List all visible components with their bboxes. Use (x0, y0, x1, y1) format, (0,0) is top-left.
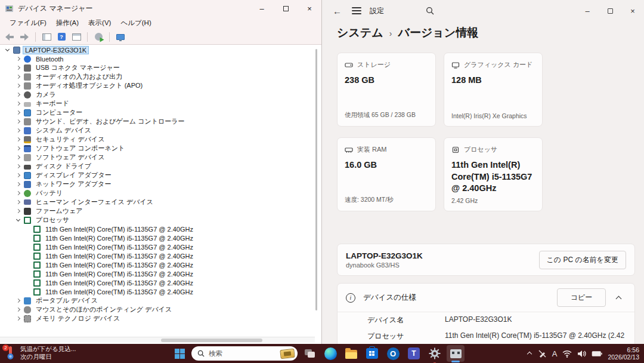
menu-action[interactable]: 操作(A) (51, 17, 83, 29)
hamburger-menu-icon[interactable] (352, 7, 361, 14)
tree-item-portable[interactable]: ポータブル デバイス (0, 296, 315, 305)
task-view-button[interactable] (301, 345, 318, 362)
teams-button[interactable]: T (405, 345, 423, 362)
chevron-down-icon[interactable] (14, 216, 23, 224)
outlook-button[interactable]: O (384, 345, 402, 362)
chevron-right-icon[interactable] (14, 306, 23, 314)
tree-item-display[interactable]: ディスプレイ アダプター (0, 171, 315, 180)
breadcrumb-system[interactable]: システム (337, 25, 383, 41)
back-icon[interactable]: ← (333, 6, 347, 16)
tree-item-system[interactable]: システム デバイス (0, 126, 315, 135)
show-console-tree-icon[interactable] (41, 31, 52, 43)
tree-item-processor-core[interactable]: 11th Gen Intel(R) Core(TM) i5-1135G7 @ 2… (0, 269, 315, 278)
menu-help[interactable]: ヘルプ(H) (116, 17, 156, 29)
tree-item-sound[interactable]: サウンド、ビデオ、およびゲーム コントローラー (0, 117, 315, 126)
chevron-right-icon[interactable] (14, 207, 23, 216)
tree-item-apo[interactable]: オーディオ処理オブジェクト (APO) (0, 81, 315, 90)
help-icon[interactable]: ? (55, 31, 67, 43)
tray-overflow-chevron-icon[interactable] (527, 350, 532, 356)
edge-button[interactable] (321, 345, 339, 362)
remote-computer-icon[interactable] (114, 31, 126, 43)
chevron-right-icon[interactable] (14, 136, 23, 144)
tree-item-computer[interactable]: コンピューター (0, 108, 315, 117)
chevron-down-icon[interactable] (4, 46, 12, 54)
menu-file[interactable]: ファイル(F) (5, 17, 51, 29)
speaker-icon[interactable] (577, 350, 586, 358)
close-button[interactable]: × (298, 0, 321, 17)
microsoft-store-button[interactable] (363, 345, 381, 362)
search-box[interactable]: 検索 (191, 346, 298, 361)
chevron-right-icon[interactable] (14, 162, 23, 171)
tree-item-mouse[interactable]: マウスとそのほかのポインティング デバイス (0, 305, 315, 314)
tree-item-processor-core[interactable]: 11th Gen Intel(R) Core(TM) i5-1135G7 @ 2… (0, 224, 315, 233)
menu-view[interactable]: 表示(V) (83, 17, 116, 29)
tree-item-processor-core[interactable]: 11th Gen Intel(R) Core(TM) i5-1135G7 @ 2… (0, 260, 315, 269)
tree-item-software-component[interactable]: ソフトウェア コンポーネント (0, 144, 315, 153)
chevron-right-icon[interactable] (14, 109, 23, 117)
maximize-button[interactable] (274, 0, 298, 17)
back-icon[interactable] (4, 31, 16, 43)
properties-icon[interactable] (70, 31, 82, 43)
tree-item-disk[interactable]: ディスク ドライブ (0, 162, 315, 171)
battery-icon[interactable] (592, 350, 602, 357)
rename-pc-button[interactable]: この PC の名前を変更 (539, 251, 626, 269)
tree-item-processor-core[interactable]: 11th Gen Intel(R) Core(TM) i5-1135G7 @ 2… (0, 242, 315, 251)
chevron-right-icon[interactable] (14, 171, 23, 180)
chevron-right-icon[interactable] (14, 100, 23, 108)
tree-item-processor-core[interactable]: 11th Gen Intel(R) Core(TM) i5-1135G7 @ 2… (0, 233, 315, 242)
pen-disabled-icon[interactable] (538, 349, 547, 358)
weather-widget[interactable]: 2 気温が下がる見込... 次の月曜日 (4, 345, 76, 361)
tree-item-audio-io[interactable]: オーディオの入力および出力 (0, 72, 315, 81)
tree-item-root[interactable]: LAPTOP-E32G3O1K (0, 45, 315, 54)
tree-item-security[interactable]: セキュリティ デバイス (0, 135, 315, 144)
vertical-scrollbar[interactable] (315, 49, 317, 310)
chevron-right-icon[interactable] (14, 198, 23, 207)
close-button[interactable]: × (621, 1, 644, 21)
tree-item-bluetooth[interactable]: Bluetooth (0, 54, 315, 63)
minimize-button[interactable]: – (576, 1, 599, 21)
chevron-right-icon[interactable] (14, 180, 23, 189)
minimize-button[interactable]: – (250, 0, 274, 17)
scan-hardware-icon[interactable] (92, 31, 104, 43)
chevron-right-icon[interactable] (14, 73, 23, 81)
tree-item-usb[interactable]: USB コネクタ マネージャー (0, 63, 315, 72)
horizontal-scrollbar[interactable] (0, 337, 315, 343)
maximize-button[interactable] (599, 1, 621, 21)
tree-item-firmware[interactable]: ファームウェア (0, 207, 315, 216)
ime-mode-indicator[interactable]: A (552, 349, 558, 358)
taskbar-clock[interactable]: 6:56 2026/02/13 (608, 346, 639, 361)
tree-item-processor[interactable]: プロセッサ (0, 216, 315, 224)
scrollbar-thumb[interactable] (161, 339, 262, 342)
device-manager-titlebar[interactable]: デバイス マネージャー – × (0, 0, 321, 17)
file-explorer-button[interactable] (342, 345, 360, 362)
chevron-right-icon[interactable] (14, 82, 23, 90)
tree-item-battery[interactable]: バッテリ (0, 189, 315, 198)
chevron-right-icon[interactable] (14, 55, 23, 63)
wifi-icon[interactable] (562, 350, 572, 358)
tree-item-software-device[interactable]: ソフトウェア デバイス (0, 153, 315, 162)
tree-item-processor-core[interactable]: 11th Gen Intel(R) Core(TM) i5-1135G7 @ 2… (0, 287, 315, 296)
tree-item-camera[interactable]: カメラ (0, 90, 315, 99)
chevron-right-icon[interactable] (14, 118, 23, 126)
chevron-right-icon[interactable] (14, 127, 23, 135)
device-manager-taskbar-button[interactable] (447, 345, 465, 362)
device-specs-header[interactable]: i デバイスの仕様 コピー (338, 284, 634, 312)
forward-icon[interactable] (18, 31, 30, 43)
chevron-right-icon[interactable] (14, 144, 23, 153)
tree-item-network[interactable]: ネットワーク アダプター (0, 180, 315, 189)
search-highlight-icon[interactable] (280, 348, 295, 358)
chevron-right-icon[interactable] (14, 315, 23, 323)
chevron-right-icon[interactable] (14, 64, 23, 72)
copy-button[interactable]: コピー (557, 288, 606, 307)
tree-item-processor-core[interactable]: 11th Gen Intel(R) Core(TM) i5-1135G7 @ 2… (0, 278, 315, 287)
settings-titlebar[interactable]: ← 設定 – × (322, 0, 644, 21)
settings-button[interactable] (426, 345, 444, 362)
tree-item-memory-tech[interactable]: メモリ テクノロジ デバイス (0, 314, 315, 323)
tree-item-hid[interactable]: ヒューマン インターフェイス デバイス (0, 198, 315, 207)
search-icon[interactable] (426, 7, 434, 15)
chevron-up-icon[interactable] (612, 291, 626, 305)
chevron-right-icon[interactable] (14, 297, 23, 305)
chevron-right-icon[interactable] (14, 189, 23, 198)
tree-item-keyboard[interactable]: キーボード (0, 99, 315, 108)
chevron-right-icon[interactable] (14, 153, 23, 162)
